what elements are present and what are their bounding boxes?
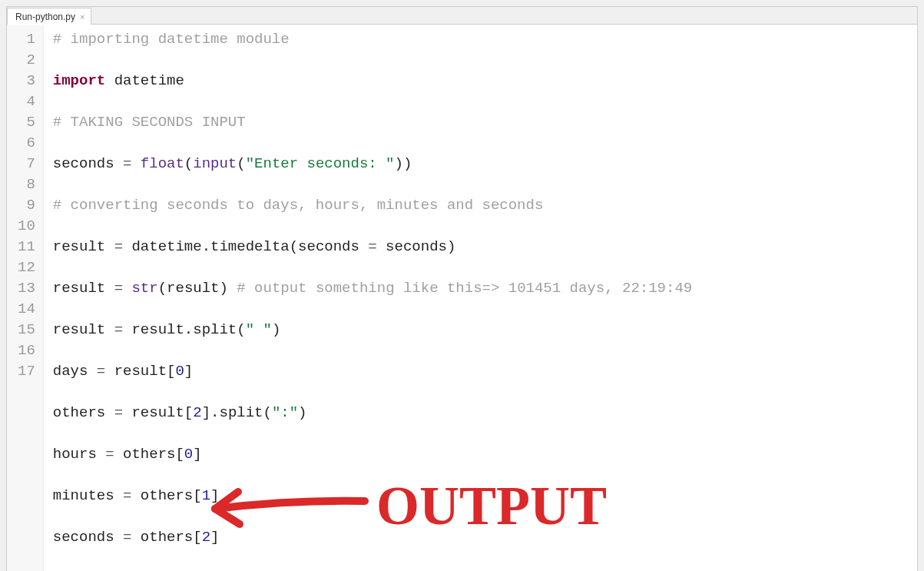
code-line[interactable]: seconds = others[2]	[53, 527, 908, 548]
code-line[interactable]: minutes = others[1]	[53, 486, 908, 506]
code-line[interactable]: days = result[0]	[53, 361, 908, 382]
code-content[interactable]: # importing datetime module import datet…	[44, 25, 917, 571]
code-line[interactable]: # importing datetime module	[53, 29, 908, 50]
line-number: 5	[18, 112, 35, 133]
close-icon[interactable]: ×	[80, 12, 84, 22]
code-line[interactable]: result = datetime.timedelta(seconds = se…	[53, 237, 908, 257]
code-line[interactable]: hours = others[0]	[53, 444, 908, 465]
code-line[interactable]: import datetime	[53, 71, 908, 91]
line-number: 7	[18, 154, 35, 174]
code-line[interactable]: # TAKING SECONDS INPUT	[53, 112, 908, 133]
line-number: 4	[18, 91, 35, 112]
line-number: 9	[18, 195, 35, 216]
line-number: 15	[18, 320, 35, 340]
line-number: 2	[18, 50, 35, 71]
line-gutter: 1234567891011121314151617	[7, 25, 44, 571]
line-number: 12	[18, 257, 35, 278]
editor-panel: Run-python.py × 123456789101112131415161…	[6, 6, 918, 571]
line-number: 10	[18, 216, 35, 237]
code-line[interactable]: others = result[2].split(":")	[53, 403, 908, 423]
line-number: 6	[18, 133, 35, 154]
code-editor[interactable]: 1234567891011121314151617 # importing da…	[7, 25, 917, 571]
editor-tab[interactable]: Run-python.py ×	[7, 8, 91, 25]
editor-tab-label: Run-python.py	[15, 12, 75, 22]
line-number: 3	[18, 71, 35, 91]
editor-tab-bar: Run-python.py ×	[7, 7, 917, 25]
line-number: 8	[18, 174, 35, 195]
line-number: 14	[18, 299, 35, 320]
line-number: 17	[18, 361, 35, 382]
line-number: 16	[18, 340, 35, 361]
code-line[interactable]: # converting seconds to days, hours, min…	[53, 195, 908, 216]
line-number: 11	[18, 237, 35, 257]
code-line[interactable]: result = str(result) # output something …	[53, 278, 908, 299]
code-line[interactable]: seconds = float(input("Enter seconds: ")…	[53, 154, 908, 174]
code-line[interactable]: result = result.split(" ")	[53, 320, 908, 340]
line-number: 13	[18, 278, 35, 299]
line-number: 1	[18, 29, 35, 50]
